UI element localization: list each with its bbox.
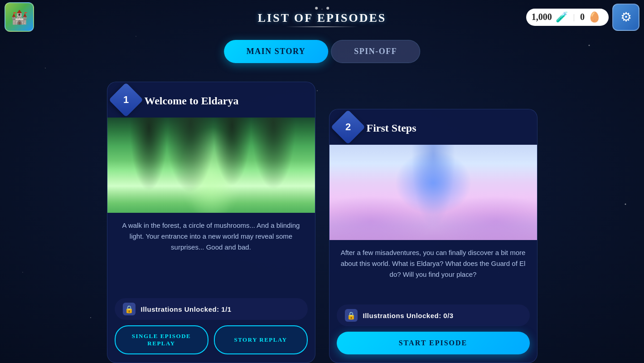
illustrations-bar-2: 🔒 Illustrations Unlocked: 0/3 [337, 304, 530, 326]
top-left [5, 2, 34, 32]
episode-header-1: 1 Welcome to Eldarya [107, 82, 315, 118]
title-dot-center: . [321, 5, 323, 11]
currency-box: 1,000 🧪 | 0 🥚 [526, 9, 609, 26]
episode-number-badge-2: 2 [330, 110, 365, 144]
episode-number-1: 1 [123, 94, 128, 106]
title-dot-left [315, 7, 318, 10]
card-buttons-1: Single Episode Replay Story Replay [107, 325, 315, 363]
tab-main-story[interactable]: Main Story [224, 40, 329, 63]
illustrations-bar-1: 🔒 Illustrations Unlocked: 1/1 [115, 298, 308, 320]
start-episode-button[interactable]: Start Episode [337, 332, 530, 354]
episode-scene-2 [329, 145, 537, 240]
episode-number-2: 2 [345, 121, 350, 133]
episode-scene-1 [107, 118, 315, 213]
gear-icon: ⚙ [620, 10, 632, 25]
lock-icon-2: 🔒 [345, 309, 358, 322]
page-title-container: . List of Episodes [258, 5, 387, 27]
orb-count: 0 [580, 12, 585, 22]
episode-title-1: Welcome to Eldarya [145, 95, 239, 107]
orb-icon: 🥚 [588, 11, 600, 23]
title-decoration: . [315, 5, 329, 11]
episode-title-2: First Steps [367, 122, 416, 134]
single-episode-replay-button[interactable]: Single Episode Replay [115, 325, 208, 354]
episode-number-badge-1: 1 [108, 83, 143, 117]
illustrations-text-1: Illustrations Unlocked: 1/1 [141, 305, 232, 313]
currency-amount: 1,000 [532, 12, 552, 22]
top-bar: . List of Episodes 1,000 🧪 | 0 🥚 ⚙ [0, 0, 644, 34]
tab-container: Main Story Spin-off [224, 40, 421, 63]
page-title: List of Episodes [258, 11, 387, 25]
episode-card-2: 2 First Steps After a few misadventures,… [329, 109, 537, 363]
potion-icon: 🧪 [556, 11, 568, 23]
tab-spin-off[interactable]: Spin-off [331, 40, 420, 63]
lock-icon-1: 🔒 [123, 303, 136, 315]
episode-card-1: 1 Welcome to Eldarya A walk in the fores… [107, 82, 315, 363]
episode-description-1: A walk in the forest, a circle of mushro… [107, 213, 315, 296]
illustrations-text-2: Illustrations Unlocked: 0/3 [363, 312, 454, 319]
story-replay-button[interactable]: Story Replay [214, 325, 308, 354]
title-dot-right [326, 7, 329, 10]
title-underline [286, 26, 358, 27]
episodes-area: 1 Welcome to Eldarya A walk in the fores… [0, 77, 644, 363]
settings-button[interactable]: ⚙ [612, 4, 639, 31]
home-button[interactable] [5, 2, 34, 32]
top-right: 1,000 🧪 | 0 🥚 ⚙ [526, 4, 639, 31]
episode-description-2: After a few misadventures, you can final… [329, 240, 537, 303]
episode-header-2: 2 First Steps [329, 109, 537, 145]
